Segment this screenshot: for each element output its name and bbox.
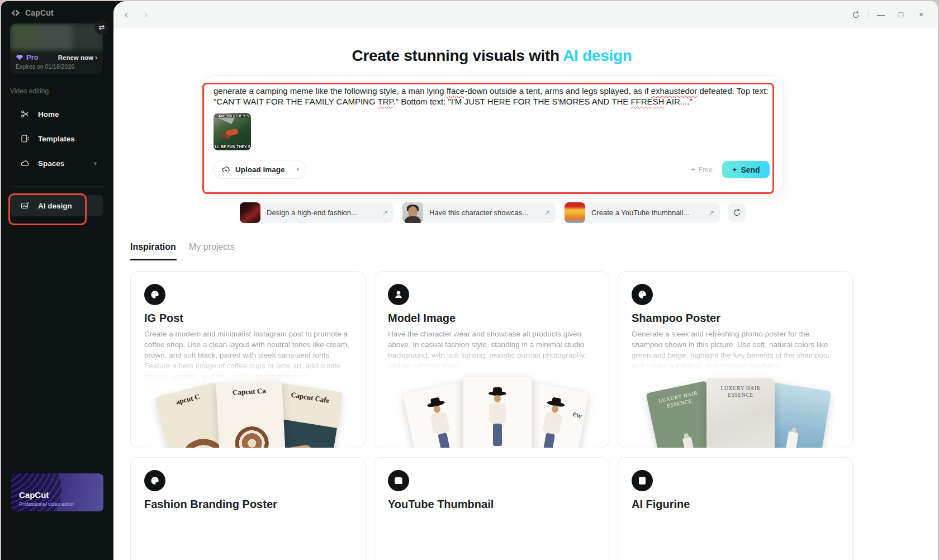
meme-top-text: CAMPING THEY S [214,114,251,118]
cloud-icon [20,158,30,168]
preview-label: Capcut Ca [216,386,283,398]
tab-active-underline [130,259,177,260]
renew-now-link[interactable]: Renew now › [58,54,97,61]
switch-account-button[interactable]: ⇄ [94,20,109,35]
capcut-window: CapCut Pro Renew now › Expires on 01/18/… [1,1,938,560]
refresh-button[interactable] [848,7,864,22]
chip-label: Create a YouTube thumbnail... [591,208,689,217]
sidebar-section-label: Video editing [10,87,49,95]
brand: CapCut [10,8,54,17]
forward-button[interactable]: › [139,8,153,21]
preview-label: Capcut Cafe [278,388,342,407]
prompt-segment-misspelled: FFRESH [630,97,664,106]
prompt-segment: -down outside a tent, arms and legs spla… [464,86,651,96]
chevron-right-icon: › [95,54,97,61]
page-title-prefix: Create stunning visuals with [352,47,563,64]
prompt-input[interactable]: generate a camping meme like the followi… [214,86,772,107]
sidebar-item-label: Spaces [38,159,64,168]
chip-thumbnail-anime [565,202,585,223]
arrow-up-right-icon: ↗ [709,209,714,217]
sidebar-item-label: Home [38,110,59,118]
card-preview-images: ew [374,382,609,448]
sidebar-item-label: AI design [38,202,72,210]
banner-title: CapCut [19,490,49,500]
sparkle-icon: ✦ [690,165,696,174]
attached-meme-image[interactable]: CAMPING THEY S 'LL BE FUN THEY S [214,113,251,150]
ai-design-icon [20,201,30,211]
send-button[interactable]: ✦ Send [722,161,770,178]
free-badge: ✦ Free [690,165,713,174]
sidebar-item-spaces[interactable]: Spaces ▾ [10,152,103,174]
card-preview-images: LUXURY HAIR ESSENCE LUXURY HAIR ESSENCE [618,382,852,448]
page-title-accent: AI design [563,47,632,64]
prompt-segment: generate a camping meme like the followi… [214,86,447,96]
sidebar-item-templates[interactable]: Templates [10,127,103,150]
top-bar [113,1,938,28]
sidebar: CapCut Pro Renew now › Expires on 01/18/… [1,1,113,560]
suggestion-chip-character[interactable]: Have this character showcas... ↗ [402,202,556,223]
template-card-shampoo-poster[interactable]: Shampoo Poster Generate a sleek and refr… [618,271,853,448]
tab-my-projects[interactable]: My projects [189,242,235,252]
chip-label: Have this character showcas... [429,208,528,217]
prompt-segment-misspelled: exhaustedor [651,86,698,96]
template-card-ig-post[interactable]: IG Post Create a modern and minimalist I… [130,271,366,448]
card-title: Model Image [388,312,456,325]
palette-icon [632,284,653,305]
preview-label: ew [571,409,584,421]
renew-now-label: Renew now [58,54,93,61]
back-button[interactable]: ‹ [120,8,133,21]
preview-label: apcut C [156,387,220,411]
window-controls-divider [868,10,869,19]
sidebar-item-home[interactable]: Home [10,103,103,125]
preview-label: LUXURY HAIR ESSENCE [650,388,707,412]
template-card-youtube-thumbnail[interactable]: YouTube Thumbnail [374,457,609,560]
main-content: ‹ › — □ × Create stunning visuals with A… [113,1,938,560]
refresh-icon [733,208,741,217]
close-button[interactable]: × [913,7,929,22]
sidebar-item-ai-design[interactable]: AI design [10,195,103,216]
card-preview-images: apcut C Capcut Ca Capcut Cafe [131,382,365,448]
chevron-down-icon[interactable]: ▾ [296,167,301,172]
template-card-fashion-branding-poster[interactable]: Fashion Branding Poster [130,457,366,560]
templates-icon [20,134,30,144]
chip-thumbnail-portrait [402,202,423,223]
arrow-up-right-icon: ↗ [382,209,388,217]
maximize-button[interactable]: □ [893,7,909,22]
pro-plan-label: Pro [26,53,39,61]
chip-label: Design a high-end fashion... [267,208,357,217]
brand-name: CapCut [25,8,54,17]
palette-icon [144,284,165,305]
pro-expiry-text: Expires on 01/18/2026 [16,63,97,70]
pro-gem-icon [16,54,23,60]
upload-image-button[interactable]: Upload image ▾ [214,160,306,179]
upload-image-label: Upload image [235,165,285,174]
sparkle-icon: ✦ [732,166,737,174]
template-card-ai-figurine[interactable]: AI Figurine [618,457,853,560]
send-label: Send [741,165,760,174]
page-title: Create stunning visuals with AI design [113,47,870,65]
card-title: Fashion Branding Poster [144,498,277,511]
image-icon [388,470,409,491]
card-title: AI Figurine [632,498,690,511]
banner-subtitle: Professional video editor [19,501,74,507]
chip-thumbnail-fashion [240,202,260,223]
card-description: Have the character wear and showcase all… [388,329,597,371]
template-card-model-image[interactable]: Model Image Have the character wear and … [374,271,609,448]
upload-button-divider [291,165,291,174]
prompt-segment-misspelled: fface [447,86,464,96]
refresh-suggestions-button[interactable] [728,203,746,222]
minimize-button[interactable]: — [873,7,889,22]
figurine-icon [632,470,653,491]
tab-inspiration[interactable]: Inspiration [130,242,176,252]
suggestion-chip-youtube[interactable]: Create a YouTube thumbnail... ↗ [565,202,720,223]
person-icon [388,284,409,305]
cloud-upload-icon [221,165,231,174]
capcut-promo-banner[interactable]: CapCut Professional video editor [11,473,103,511]
prompt-segment: ." Bottom text: "I'M JUST HERE FOR THE S… [393,97,631,106]
suggestion-chip-fashion[interactable]: Design a high-end fashion... ↗ [240,202,393,223]
pro-collage-image [10,23,103,50]
meme-bottom-text: 'LL BE FUN THEY S [214,145,251,149]
prompt-card: generate a camping meme like the followi… [204,75,782,192]
chevron-down-icon[interactable]: ▾ [94,160,97,167]
pro-card[interactable]: Pro Renew now › Expires on 01/18/2026 [10,23,103,74]
